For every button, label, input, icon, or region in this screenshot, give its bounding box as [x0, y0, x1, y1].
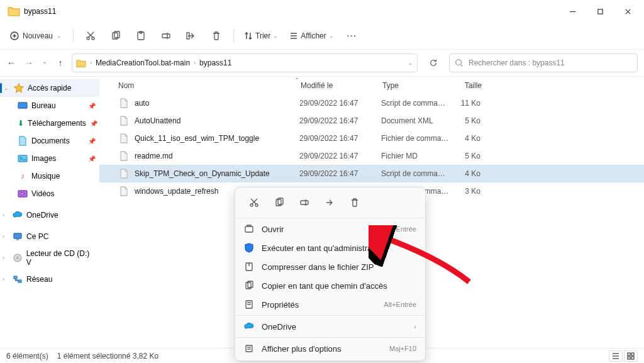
sidebar-network[interactable]: ›Réseau — [0, 271, 99, 288]
sidebar-downloads[interactable]: ⬇Téléchargements📌 — [0, 114, 99, 132]
onedrive-icon — [244, 321, 254, 332]
maximize-button[interactable] — [586, 1, 614, 21]
ctx-hint: Maj+F10 — [389, 345, 416, 352]
file-size: 5 Ko — [449, 116, 480, 125]
sidebar-onedrive[interactable]: ›OneDrive — [0, 206, 99, 224]
breadcrumb-item[interactable]: MediaCreationTool.bat-main — [96, 59, 190, 67]
sidebar-thispc[interactable]: ›Ce PC — [0, 228, 99, 245]
address-bar[interactable]: › MediaCreationTool.bat-main › bypass11 … — [72, 53, 418, 72]
column-modified[interactable]: Modifié le — [301, 81, 382, 90]
properties-icon — [244, 299, 254, 310]
file-icon — [118, 115, 130, 126]
file-row[interactable]: Skip_TPM_Check_on_Dynamic_Update29/09/20… — [99, 165, 644, 182]
sidebar-label: Accès rapide — [28, 84, 71, 92]
chevron-down-icon: ⌄ — [273, 33, 278, 39]
shield-icon — [244, 243, 254, 253]
svg-rect-60 — [631, 357, 634, 359]
ctx-copy-button[interactable] — [268, 193, 291, 213]
new-button[interactable]: Nouveau ⌄ — [5, 29, 67, 43]
search-icon — [455, 59, 464, 67]
ctx-open[interactable]: OuvrirEntrée — [235, 220, 425, 238]
chevron-right-icon: › — [194, 60, 196, 66]
file-name: readme.md — [135, 152, 299, 160]
navbar: ← → ⌄ ↑ › MediaCreationTool.bat-main › b… — [0, 49, 644, 77]
more-button[interactable]: ··· — [341, 25, 363, 47]
context-menu: OuvrirEntrée Exécuter en tant qu'adminis… — [235, 187, 426, 361]
separator — [73, 29, 74, 43]
ctx-copy-path[interactable]: Copier en tant que chemin d'accès — [235, 276, 425, 295]
ctx-zip[interactable]: Compresser dans le fichier ZIP — [235, 257, 425, 276]
refresh-button[interactable] — [424, 53, 443, 72]
file-row[interactable]: Quick_11_iso_esd_wim_TPM_toggle29/09/202… — [99, 130, 644, 147]
minimize-button[interactable] — [558, 1, 586, 21]
search-placeholder: Rechercher dans : bypass11 — [469, 59, 565, 67]
sidebar-label: Lecteur de CD (D:) V — [26, 249, 96, 267]
ctx-label: OneDrive — [262, 322, 406, 332]
folder-icon — [8, 6, 20, 17]
sidebar-videos[interactable]: Vidéos — [0, 185, 99, 203]
sidebar-documents[interactable]: Documents📌 — [0, 132, 99, 150]
sidebar-label: Téléchargements — [28, 119, 86, 128]
column-size[interactable]: Taille — [450, 81, 482, 90]
up-button[interactable]: ↑ — [55, 58, 65, 68]
copy-button[interactable] — [105, 25, 126, 47]
close-button[interactable] — [614, 1, 641, 21]
view-button[interactable]: Afficher ⌄ — [286, 31, 337, 40]
pin-icon: 📌 — [88, 155, 96, 162]
toolbar: Nouveau ⌄ Trier ⌄ Afficher ⌄ ··· — [0, 23, 644, 49]
window-controls — [558, 1, 641, 21]
sidebar-cddrive[interactable]: ›Lecteur de CD (D:) V — [0, 249, 99, 267]
cut-button[interactable] — [80, 25, 101, 47]
svg-point-7 — [87, 37, 89, 40]
recent-button[interactable]: ⌄ — [42, 58, 48, 68]
open-icon — [244, 224, 254, 234]
paste-button[interactable] — [130, 25, 152, 47]
file-name: Quick_11_iso_esd_wim_TPM_toggle — [135, 134, 299, 143]
chevron-right-icon: › — [414, 323, 416, 330]
pin-icon: 📌 — [88, 138, 96, 145]
column-type[interactable]: Type — [382, 81, 450, 90]
ctx-label: Propriétés — [262, 300, 376, 310]
chevron-down-icon: ⌄ — [57, 33, 62, 39]
ctx-run-admin[interactable]: Exécuter en tant qu'administrateur — [235, 238, 425, 257]
chevron-right-icon: › — [90, 60, 92, 66]
ctx-hint: Alt+Entrée — [384, 301, 416, 308]
share-button[interactable] — [180, 25, 202, 47]
sidebar-desktop[interactable]: Bureau📌 — [0, 97, 99, 114]
file-icon — [118, 133, 130, 144]
sidebar-pictures[interactable]: Images📌 — [0, 150, 99, 167]
sidebar-label: OneDrive — [26, 211, 58, 220]
sidebar-music[interactable]: ♪Musique — [0, 167, 99, 185]
file-row[interactable]: auto29/09/2022 16:47Script de comman…11 … — [99, 94, 644, 112]
ctx-rename-button[interactable] — [293, 193, 316, 213]
sort-button[interactable]: Trier ⌄ — [240, 31, 282, 40]
file-row[interactable]: readme.md29/09/2022 16:47Fichier MD5 Ko — [99, 147, 644, 165]
ctx-properties[interactable]: PropriétésAlt+Entrée — [235, 295, 425, 314]
nav-arrows: ← → ⌄ ↑ — [6, 58, 65, 68]
delete-button[interactable] — [206, 25, 227, 47]
ctx-onedrive[interactable]: OneDrive› — [235, 317, 425, 336]
sort-label: Trier — [255, 31, 270, 40]
search-box[interactable]: Rechercher dans : bypass11 — [449, 53, 638, 72]
forward-button[interactable]: → — [24, 58, 34, 68]
pin-icon: 📌 — [88, 103, 96, 109]
ctx-more-options[interactable]: Afficher plus d'optionsMaj+F10 — [235, 339, 425, 358]
file-icon — [118, 168, 130, 179]
rename-button[interactable] — [155, 25, 177, 47]
view-icons-button[interactable] — [624, 350, 638, 362]
ctx-cut-button[interactable] — [243, 193, 265, 213]
ctx-share-button[interactable] — [318, 193, 341, 213]
sidebar-quick-access[interactable]: ⌄ Accès rapide — [0, 79, 99, 97]
history-dropdown[interactable]: ⌄ — [408, 60, 413, 66]
titlebar: bypass11 — [0, 0, 644, 23]
breadcrumb-item[interactable]: bypass11 — [199, 59, 231, 67]
status-selection: 1 élément sélectionné 3,82 Ko — [57, 352, 158, 360]
column-headers[interactable]: ⌃ Nom Modifié le Type Taille — [99, 77, 644, 94]
ctx-delete-button[interactable] — [343, 193, 366, 213]
column-name[interactable]: Nom — [118, 81, 301, 90]
svg-rect-59 — [628, 357, 630, 359]
file-row[interactable]: AutoUnattend29/09/2022 16:47Document XML… — [99, 112, 644, 130]
back-button[interactable]: ← — [6, 58, 16, 68]
view-details-button[interactable] — [609, 350, 623, 362]
svg-point-36 — [255, 204, 258, 206]
